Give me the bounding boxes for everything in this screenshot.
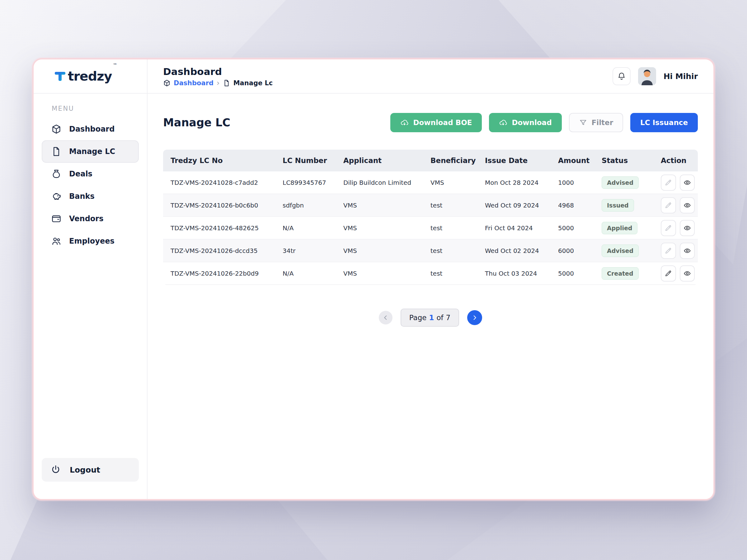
- wallet-icon: [51, 213, 61, 224]
- filter-button[interactable]: Filter: [569, 113, 623, 132]
- cell-status: Created: [594, 267, 653, 280]
- sidebar-item-dashboard[interactable]: Dashboard: [42, 118, 139, 140]
- cell-amount: 1000: [550, 179, 594, 186]
- cell-beneficiary: test: [423, 224, 478, 232]
- previous-page-button[interactable]: [379, 311, 392, 324]
- cell-status: Advised: [594, 244, 653, 257]
- cell-applicant: VMS: [336, 247, 423, 255]
- status-badge: Applied: [602, 222, 638, 234]
- sidebar-item-label: Vendors: [69, 214, 103, 223]
- cell-beneficiary: test: [423, 247, 478, 255]
- page-indicator[interactable]: Page 1 of 7: [401, 309, 459, 327]
- table-row: TDZ-VMS-20241028-c7add2 LC899345767 Dili…: [163, 171, 698, 194]
- cell-status: Applied: [594, 222, 653, 234]
- sidebar-item-label: Manage LC: [69, 147, 115, 156]
- breadcrumb-separator: ›: [216, 79, 220, 87]
- cell-lc-number: LC899345767: [275, 179, 336, 186]
- status-badge: Created: [602, 267, 639, 280]
- cell-tredzy-lc-no: TDZ-VMS-20241028-c7add2: [163, 179, 275, 186]
- column-header: Beneficiary: [423, 157, 478, 165]
- download-boe-label: Download BOE: [413, 118, 472, 127]
- sidebar-menu: Dashboard Manage LC Deals Banks: [34, 118, 147, 252]
- sidebar-item-banks[interactable]: Banks: [42, 185, 139, 208]
- column-header: Amount: [550, 157, 594, 165]
- tredzy-logo-icon: [54, 70, 67, 83]
- file-icon: [51, 146, 61, 157]
- sidebar-item-employees[interactable]: Employees: [42, 230, 139, 252]
- download-button[interactable]: Download: [489, 113, 562, 132]
- cell-lc-number: N/A: [275, 224, 336, 232]
- table-row: TDZ-VMS-20241026-22b0d9 N/A VMS test Thu…: [163, 262, 698, 285]
- download-boe-button[interactable]: Download BOE: [390, 113, 482, 132]
- edit-button[interactable]: [661, 243, 676, 259]
- breadcrumb-home-link[interactable]: Dashboard: [174, 79, 213, 87]
- eye-icon: [684, 270, 691, 277]
- page-header-title: Dashboard: [163, 66, 273, 77]
- column-header: Issue Date: [478, 157, 550, 165]
- cell-issue-date: Wed Oct 02 2024: [478, 247, 550, 255]
- logo-trademark: ™: [113, 62, 117, 68]
- status-badge: Issued: [602, 199, 634, 212]
- sidebar-item-manage-lc[interactable]: Manage LC: [42, 140, 139, 163]
- cell-issue-date: Thu Oct 03 2024: [478, 270, 550, 277]
- filter-label: Filter: [592, 118, 613, 127]
- cell-applicant: Dilip Buildcon Limited: [336, 179, 423, 186]
- download-label: Download: [512, 118, 551, 127]
- cube-icon: [163, 79, 171, 87]
- cell-lc-number: N/A: [275, 270, 336, 277]
- view-button[interactable]: [680, 243, 695, 259]
- cell-actions: [653, 220, 698, 236]
- table-header-row: Tredzy LC No LC Number Applicant Benefic…: [163, 150, 698, 171]
- pencil-icon: [665, 247, 672, 255]
- view-button[interactable]: [680, 265, 695, 282]
- menu-section-label: MENU: [52, 105, 147, 112]
- status-badge: Advised: [602, 244, 639, 257]
- edit-button[interactable]: [661, 220, 676, 236]
- cell-lc-number: sdfgbn: [275, 202, 336, 209]
- cell-status: Advised: [594, 177, 653, 189]
- sidebar-item-label: Banks: [69, 192, 95, 201]
- table-row: TDZ-VMS-20241026-dccd35 34tr VMS test We…: [163, 240, 698, 262]
- edit-button[interactable]: [661, 175, 676, 191]
- sidebar-item-vendors[interactable]: Vendors: [42, 208, 139, 230]
- status-badge: Advised: [602, 177, 639, 189]
- sidebar-item-deals[interactable]: Deals: [42, 163, 139, 185]
- current-page: 1: [429, 314, 434, 322]
- bell-icon: [617, 72, 626, 81]
- edit-button[interactable]: [661, 265, 676, 282]
- total-pages: 7: [446, 314, 451, 322]
- breadcrumb: Dashboard › Manage Lc: [163, 79, 273, 87]
- main-area: Dashboard Dashboard › Manage Lc: [148, 59, 713, 499]
- cell-amount: 5000: [550, 224, 594, 232]
- column-header: Applicant: [336, 157, 423, 165]
- logo[interactable]: tredzy ™: [34, 59, 147, 94]
- cell-actions: [653, 197, 698, 213]
- view-button[interactable]: [680, 197, 695, 213]
- piggy-bank-icon: [51, 191, 61, 202]
- avatar[interactable]: [638, 67, 656, 85]
- logout-button[interactable]: Logout: [42, 458, 139, 482]
- cell-issue-date: Mon Oct 28 2024: [478, 179, 550, 186]
- cell-actions: [653, 243, 698, 259]
- chevron-right-icon: [471, 314, 478, 321]
- eye-icon: [684, 224, 691, 232]
- pencil-icon: [665, 202, 672, 209]
- chevron-left-icon: [382, 314, 389, 321]
- sidebar-item-label: Employees: [69, 237, 114, 245]
- view-button[interactable]: [680, 175, 695, 191]
- file-icon: [223, 79, 230, 87]
- next-page-button[interactable]: [467, 310, 482, 325]
- lc-issuance-button[interactable]: LC Issuance: [630, 113, 698, 132]
- content-header: Manage LC Download BOE Download Filter: [163, 113, 698, 132]
- notifications-button[interactable]: [613, 67, 630, 85]
- eye-icon: [684, 179, 691, 186]
- view-button[interactable]: [680, 220, 695, 236]
- cell-applicant: VMS: [336, 224, 423, 232]
- edit-button[interactable]: [661, 197, 676, 213]
- of-label: of: [436, 314, 443, 322]
- topbar-left: Dashboard Dashboard › Manage Lc: [163, 66, 273, 87]
- sidebar-item-label: Dashboard: [69, 125, 114, 133]
- people-icon: [51, 236, 61, 246]
- page-title: Manage LC: [163, 116, 230, 129]
- column-header: Action: [653, 157, 698, 165]
